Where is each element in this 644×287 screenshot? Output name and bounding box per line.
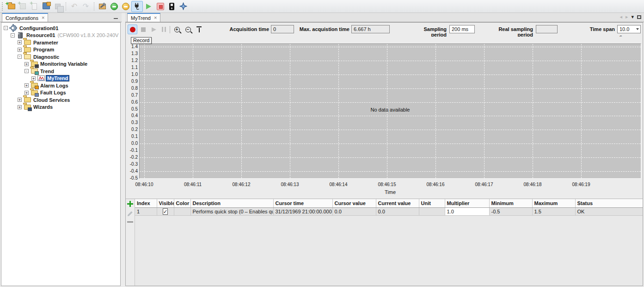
cell-visible	[157, 207, 174, 215]
tree-item-label: Diagnostic	[32, 54, 60, 60]
tree-item-mytrend[interactable]: + MyTrend	[1, 75, 120, 82]
tree-item-resource01[interactable]: - Resource01 (CFW900 v1.8.X 200-240V 3.0…	[1, 32, 120, 39]
col-cursor-time[interactable]: Cursor time	[273, 199, 332, 207]
cell-color[interactable]	[174, 207, 190, 215]
remove-variable-icon	[127, 221, 133, 223]
tree-item-alarm-logs[interactable]: + Alarm Logs	[1, 82, 120, 89]
download-button[interactable]	[108, 1, 120, 12]
table-row[interactable]: 1 Performs quick stop (0 – Enables quic.…	[135, 207, 643, 215]
table-button-strip	[126, 199, 135, 286]
tree-toggle[interactable]: -	[11, 33, 15, 37]
tree-item-configuration01[interactable]: - Configuration01	[1, 25, 120, 32]
tree-toggle[interactable]: +	[31, 76, 36, 81]
col-minimum[interactable]: Minimum	[489, 199, 532, 207]
tree-item-cloud-services[interactable]: + Cloud Services	[1, 96, 120, 104]
tree-item-program[interactable]: + Program	[1, 46, 120, 54]
col-current-value[interactable]: Current value	[376, 199, 419, 207]
col-color[interactable]: Color	[174, 199, 190, 207]
power-switch-button[interactable]	[166, 1, 178, 12]
tree-toggle[interactable]: +	[18, 98, 22, 102]
y-tick-label: 0.3	[126, 120, 138, 125]
tree-item-label: Wizards	[32, 104, 54, 110]
open-project-button[interactable]	[40, 1, 52, 12]
vertical-gridline	[387, 44, 387, 178]
tree-item-label: Trend	[39, 69, 55, 74]
stop-button[interactable]	[154, 1, 166, 12]
open-folder-icon	[24, 54, 31, 59]
save-all-button	[52, 1, 63, 12]
tab-configurations[interactable]: Configurations	[2, 13, 48, 22]
undo-button: ↶	[68, 1, 80, 12]
online-navigation-button[interactable]	[178, 1, 189, 12]
tree-item-diagnostic[interactable]: - Diagnostic	[1, 53, 120, 61]
record-button[interactable]	[128, 25, 137, 34]
zoom-out-button[interactable]: −	[183, 25, 193, 34]
fit-vertical-button[interactable]	[194, 25, 204, 34]
resource-firmware-info: (CFW900 v1.8.X 200-240V 3.0-2.0A)	[57, 32, 121, 38]
col-index[interactable]: Index	[135, 199, 157, 207]
upload-button[interactable]	[120, 1, 131, 12]
upload-icon	[122, 3, 129, 10]
no-data-message: No data available	[139, 107, 641, 112]
acquisition-time-field[interactable]: 0	[271, 25, 294, 33]
new-project-button[interactable]: +	[6, 1, 17, 12]
y-tick-label: -0.2	[126, 155, 138, 160]
tree-toggle[interactable]: -	[25, 69, 29, 73]
open-project-icon	[43, 4, 50, 9]
variables-table-wrap: Index Visible Color Description Cursor t…	[135, 199, 643, 286]
col-multiplier[interactable]: Multiplier	[445, 199, 489, 207]
configurations-panel: Configurations - Configuration01 - Resou…	[0, 13, 122, 287]
col-cursor-value[interactable]: Cursor value	[332, 199, 376, 207]
panel-splitter[interactable]	[122, 22, 125, 287]
tree-toggle[interactable]: +	[18, 48, 22, 52]
tree-toggle[interactable]: +	[25, 83, 29, 87]
vertical-gridline	[338, 44, 339, 178]
tree-toggle[interactable]: +	[25, 62, 29, 66]
connect-button[interactable]	[131, 1, 143, 12]
minimize-panel-icon[interactable]	[114, 18, 118, 19]
scroll-tabs-left-icon[interactable]	[619, 14, 622, 20]
toolbar-drag-handle[interactable]	[2, 2, 4, 11]
tree-item-parameter[interactable]: + Parameter	[1, 39, 120, 46]
zoom-out-icon: −	[185, 27, 191, 32]
max-acquisition-time-field[interactable]: 6.667 h	[351, 25, 390, 33]
tree-toggle[interactable]: -	[18, 55, 22, 59]
col-visible[interactable]: Visible	[157, 199, 174, 207]
new-file-icon: +	[32, 3, 37, 10]
tree-item-trend[interactable]: - Trend	[1, 68, 120, 75]
tree-toggle[interactable]: +	[18, 105, 22, 109]
redo-icon: ↷	[83, 3, 89, 10]
tree-item-wizards[interactable]: + Wizards	[1, 104, 120, 111]
run-button[interactable]	[143, 1, 154, 12]
close-icon[interactable]	[42, 15, 44, 20]
y-tick-label: 1.1	[126, 65, 138, 70]
close-icon[interactable]	[154, 15, 157, 20]
tree-toggle[interactable]: +	[25, 91, 29, 95]
col-description[interactable]: Description	[190, 199, 273, 207]
sampling-period-input[interactable]: 200 ms	[449, 25, 475, 33]
real-sampling-period-field	[536, 25, 558, 33]
edit-variable-icon	[127, 211, 133, 218]
time-span-select[interactable]: 10.0 s	[617, 25, 641, 33]
add-variable-icon[interactable]	[127, 201, 133, 207]
tab-mytrend[interactable]: MyTrend	[127, 13, 160, 22]
trend-chart: Record No data available Time 1.41.31.21…	[126, 37, 643, 199]
col-maximum[interactable]: Maximum	[532, 199, 575, 207]
vertical-gridline	[484, 44, 485, 178]
zoom-in-button[interactable]: +	[172, 25, 182, 34]
x-tick-label: 08:46:10	[129, 182, 159, 187]
build-button[interactable]	[97, 1, 108, 12]
y-tick-label: 1.3	[126, 51, 138, 56]
maximize-panel-icon[interactable]	[637, 15, 641, 19]
col-unit[interactable]: Unit	[419, 199, 445, 207]
tree-toggle[interactable]: -	[4, 26, 8, 30]
scroll-tabs-right-icon[interactable]	[626, 14, 628, 20]
tab-list-dropdown-icon[interactable]	[631, 14, 634, 20]
tree-toggle[interactable]: +	[18, 40, 22, 44]
tree-item-fault-logs[interactable]: + Fault Logs	[1, 89, 120, 97]
tree-item-monitoring-variable[interactable]: + Monitoring Variable	[1, 61, 120, 68]
visible-checkbox[interactable]	[163, 208, 168, 215]
col-status[interactable]: Status	[575, 199, 643, 207]
cell-multiplier[interactable]: 1.0	[445, 207, 489, 215]
cell-maximum: 1.5	[532, 207, 575, 215]
